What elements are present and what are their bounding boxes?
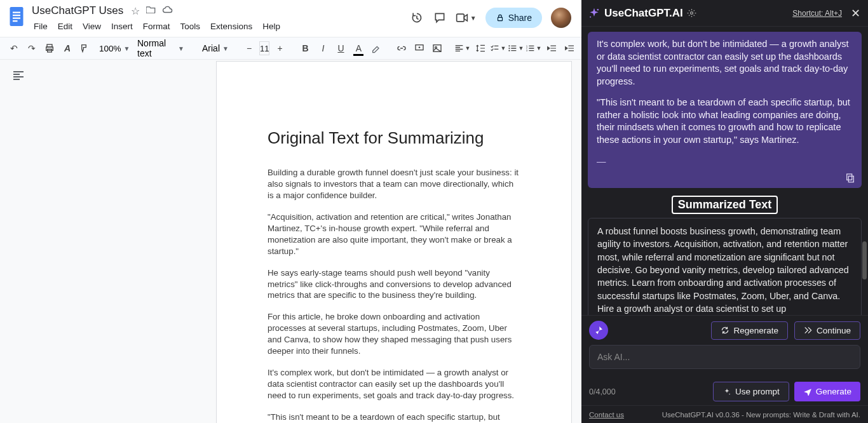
contact-link[interactable]: Contact us	[589, 411, 624, 419]
svg-point-27	[729, 393, 729, 394]
forward-icon	[804, 326, 813, 334]
menu-edit[interactable]: Edit	[53, 19, 77, 34]
font-size-increase[interactable]: +	[272, 40, 287, 57]
svg-rect-4	[13, 20, 18, 22]
history-icon[interactable]	[410, 11, 424, 25]
svg-rect-6	[498, 17, 502, 20]
paint-format-icon[interactable]	[78, 40, 93, 57]
comments-icon[interactable]	[433, 11, 447, 25]
doc-paragraph: He says early-stage teams should push we…	[268, 267, 520, 302]
regenerate-button[interactable]: Regenerate	[711, 321, 788, 340]
ext-title: UseChatGPT.AI	[604, 7, 683, 20]
italic-button[interactable]: I	[315, 40, 330, 57]
svg-point-15	[509, 50, 510, 51]
use-prompt-button[interactable]: Use prompt	[713, 382, 789, 401]
document-page[interactable]: Original Text for Summarizing Building a…	[216, 61, 572, 423]
svg-rect-2	[13, 15, 20, 16]
summary-text: A robust funnel boosts business growth, …	[597, 225, 852, 315]
copy-icon[interactable]	[845, 173, 855, 183]
font-family-dropdown[interactable]: Arial▼	[198, 43, 231, 53]
font-size-input[interactable]: 11	[259, 41, 269, 55]
svg-point-13	[509, 45, 510, 46]
menu-bar: File Edit View Insert Format Tools Exten…	[29, 19, 285, 34]
clear-button[interactable]	[589, 321, 608, 340]
svg-point-14	[509, 48, 510, 49]
highlight-button[interactable]	[369, 40, 384, 57]
share-button[interactable]: Share	[485, 8, 542, 28]
bold-button[interactable]: B	[297, 40, 313, 57]
context-text: It's complex work, but don't be intimida…	[597, 38, 853, 88]
title-area: UseChatGPT Uses ☆ File Edit View Insert …	[29, 4, 285, 34]
meet-button[interactable]: ▼	[456, 13, 477, 23]
svg-point-19	[597, 8, 599, 10]
paragraph-style-dropdown[interactable]: Normal text▼	[133, 38, 188, 58]
svg-rect-23	[847, 174, 852, 180]
star-icon[interactable]: ☆	[131, 5, 140, 17]
send-icon	[803, 388, 812, 396]
version-text: UseChatGPT.AI v0.0.36 - New prompts: Wri…	[662, 411, 860, 419]
move-icon[interactable]	[146, 5, 156, 17]
docs-header: UseChatGPT Uses ☆ File Edit View Insert …	[0, 0, 581, 37]
avatar[interactable]	[551, 8, 571, 28]
font-size-decrease[interactable]: −	[241, 40, 257, 57]
settings-icon[interactable]	[687, 8, 696, 18]
doc-paragraph: For this article, he broke down onboardi…	[268, 311, 520, 357]
checklist-dropdown[interactable]: ▼	[491, 40, 506, 57]
undo-icon[interactable]: ↶	[6, 40, 22, 57]
header-right: ▼ Share	[410, 4, 575, 28]
svg-rect-3	[13, 18, 20, 19]
summary-card: A robust funnel boosts business growth, …	[588, 218, 862, 315]
menu-tools[interactable]: Tools	[176, 19, 205, 34]
print-icon[interactable]	[42, 40, 57, 57]
redo-icon[interactable]: ↷	[24, 40, 39, 57]
insert-link-icon[interactable]	[394, 40, 409, 57]
ext-footer: Contact us UseChatGPT.AI v0.0.36 - New p…	[581, 405, 868, 423]
scrollbar-thumb[interactable]	[862, 241, 867, 279]
menu-view[interactable]: View	[78, 19, 105, 34]
continue-button[interactable]: Continue	[794, 321, 860, 340]
sparkle-icon	[588, 7, 600, 20]
doc-paragraph: It's complex work, but don't be intimida…	[268, 367, 520, 401]
menu-help[interactable]: Help	[258, 19, 285, 34]
sparkle-icon	[722, 387, 731, 396]
docs-logo-icon[interactable]	[5, 4, 28, 29]
text-color-button[interactable]: A	[351, 40, 366, 57]
context-text: —	[597, 156, 853, 168]
numbered-list-dropdown[interactable]: 123▼	[526, 40, 541, 57]
increase-indent-icon[interactable]	[562, 40, 577, 57]
spellcheck-icon[interactable]: A	[60, 40, 75, 57]
insert-comment-icon[interactable]	[412, 40, 427, 57]
char-counter: 0/4,000	[589, 387, 616, 396]
line-spacing-dropdown[interactable]	[473, 40, 488, 57]
document-canvas[interactable]: Original Text for Summarizing Building a…	[0, 60, 581, 423]
toolbar: ↶ ↷ A 100%▼ Normal text▼ Arial▼ − 11 + B…	[0, 37, 581, 60]
svg-rect-0	[10, 7, 24, 26]
google-docs-app: UseChatGPT Uses ☆ File Edit View Insert …	[0, 0, 581, 423]
decrease-indent-icon[interactable]	[544, 40, 559, 57]
context-text: "This isn't meant to be a teardown of ea…	[597, 97, 853, 146]
menu-insert[interactable]: Insert	[107, 19, 137, 34]
underline-button[interactable]: U	[333, 40, 348, 57]
svg-rect-22	[848, 176, 853, 182]
usechatgpt-sidebar: UseChatGPT.AI Shortcut: Alt+J ✕ It's com…	[581, 0, 868, 423]
zoom-dropdown[interactable]: 100%▼	[95, 44, 123, 53]
close-icon[interactable]: ✕	[851, 6, 860, 20]
shortcut-label[interactable]: Shortcut: Alt+J	[792, 9, 842, 18]
generate-button[interactable]: Generate	[794, 382, 860, 401]
cloud-status-icon[interactable]	[162, 5, 173, 17]
doc-paragraph: Building a durable growth funnel doesn't…	[268, 167, 520, 201]
outline-toggle-icon[interactable]	[11, 69, 25, 83]
ext-controls: Regenerate Continue 0/4,000 Use prompt G…	[581, 315, 868, 405]
menu-extensions[interactable]: Extensions	[206, 19, 257, 34]
svg-text:3: 3	[526, 50, 527, 52]
svg-rect-5	[456, 14, 464, 22]
menu-file[interactable]: File	[29, 19, 52, 34]
menu-format[interactable]: Format	[139, 19, 175, 34]
doc-paragraph: "Acquisition, activation and retention a…	[268, 211, 520, 257]
ask-ai-input[interactable]	[589, 345, 860, 369]
bulleted-list-dropdown[interactable]: ▼	[508, 40, 524, 57]
insert-image-icon[interactable]	[430, 40, 445, 57]
ext-header: UseChatGPT.AI Shortcut: Alt+J ✕	[581, 0, 868, 27]
doc-title[interactable]: UseChatGPT Uses	[29, 4, 126, 18]
align-dropdown[interactable]: ▼	[455, 40, 470, 57]
